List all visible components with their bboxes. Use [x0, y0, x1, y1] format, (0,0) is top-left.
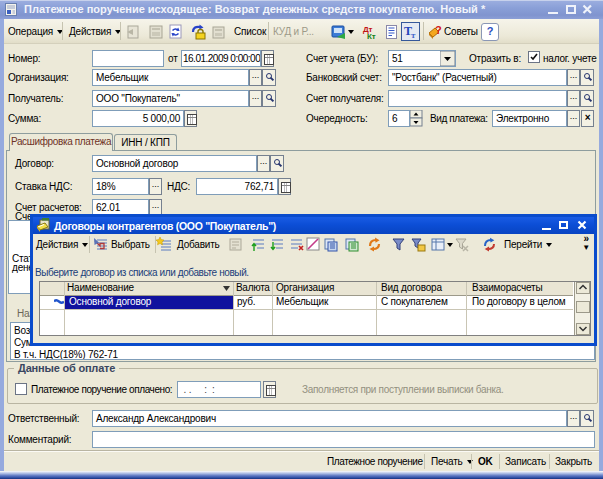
- svg-text:?: ?: [435, 24, 442, 36]
- svg-text:Кт: Кт: [367, 32, 376, 40]
- svg-text:т: т: [411, 30, 416, 40]
